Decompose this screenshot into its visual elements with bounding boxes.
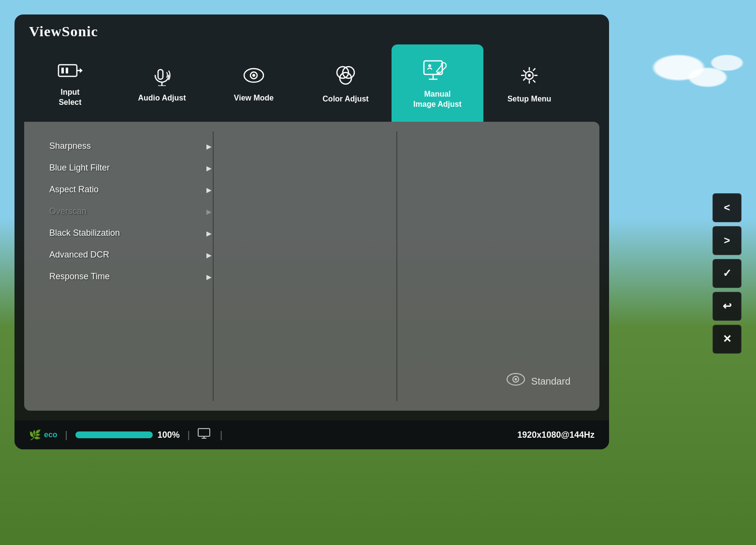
svg-point-20: [528, 74, 531, 77]
tab-color-adjust[interactable]: Color Adjust: [300, 44, 392, 122]
menu-item-overscan-label: Overscan: [49, 206, 87, 216]
color-adjust-icon: [333, 64, 358, 90]
svg-point-10: [252, 74, 255, 77]
eco-leaf-icon: 🌿: [29, 429, 41, 441]
setup-menu-icon: [517, 64, 542, 90]
brand-logo: ViewSonic: [29, 23, 98, 40]
nav-left-button[interactable]: <: [712, 193, 741, 222]
svg-rect-2: [66, 68, 68, 73]
view-mode-eye-icon: [506, 371, 525, 391]
svg-rect-24: [198, 429, 210, 436]
brightness-bar-container: 100%: [75, 430, 180, 440]
svg-point-18: [428, 64, 431, 67]
menu-item-response-time-arrow: ▶: [206, 273, 212, 281]
tab-setup-menu-label: Setup Menu: [508, 94, 552, 104]
audio-adjust-icon: [149, 65, 174, 89]
eco-label: eco: [44, 430, 58, 439]
divider-line-2: [396, 131, 397, 401]
view-mode-icon: [241, 65, 266, 89]
menu-item-overscan[interactable]: Overscan ▶: [44, 201, 218, 221]
tabs-row: Input Select Audio Adjust: [15, 44, 609, 122]
status-divider-2: |: [188, 430, 190, 441]
osd-container: ViewSonic Input Select: [15, 14, 609, 449]
svg-rect-5: [158, 70, 163, 79]
menu-item-advanced-dcr-arrow: ▶: [206, 251, 212, 259]
manual-image-adjust-icon: [423, 59, 452, 86]
menu-item-black-stabilization-arrow: ▶: [206, 229, 212, 237]
menu-item-aspect-ratio[interactable]: Aspect Ratio ▶: [44, 180, 218, 200]
divider-line-1: [213, 131, 214, 401]
menu-item-advanced-dcr-label: Advanced DCR: [49, 250, 109, 260]
confirm-button[interactable]: ✓: [712, 259, 741, 288]
input-select-icon: [58, 61, 83, 84]
view-mode-indicator: Standard: [506, 371, 570, 391]
menu-list: Sharpness ▶ Blue Light Filter ▶ Aspect R…: [24, 122, 227, 411]
menu-item-response-time-label: Response Time: [49, 272, 110, 282]
menu-item-response-time[interactable]: Response Time ▶: [44, 267, 218, 287]
status-divider-1: |: [65, 430, 68, 441]
menu-item-blue-light-filter-label: Blue Light Filter: [49, 163, 110, 173]
side-buttons-panel: < > ✓ ↩ ✕: [712, 193, 741, 354]
menu-item-aspect-ratio-label: Aspect Ratio: [49, 185, 99, 195]
menu-item-overscan-arrow: ▶: [206, 208, 212, 215]
menu-item-blue-light-filter[interactable]: Blue Light Filter ▶: [44, 158, 218, 178]
brightness-value: 100%: [158, 430, 180, 440]
view-mode-label: Standard: [531, 376, 570, 387]
svg-point-23: [514, 378, 517, 381]
tab-view-mode-label: View Mode: [234, 93, 274, 103]
menu-item-black-stabilization-label: Black Stabilization: [49, 228, 120, 238]
back-button[interactable]: ↩: [712, 292, 741, 321]
tab-manual-image-adjust[interactable]: Manual Image Adjust: [392, 44, 483, 122]
menu-item-blue-light-filter-arrow: ▶: [206, 164, 212, 172]
svg-marker-4: [80, 68, 83, 73]
close-button[interactable]: ✕: [712, 325, 741, 354]
content-area: Sharpness ▶ Blue Light Filter ▶ Aspect R…: [24, 122, 599, 411]
status-divider-3: |: [220, 430, 222, 441]
menu-item-sharpness-label: Sharpness: [49, 141, 91, 151]
tab-audio-adjust[interactable]: Audio Adjust: [116, 44, 208, 122]
eco-badge: 🌿 eco: [29, 429, 58, 441]
menu-item-aspect-ratio-arrow: ▶: [206, 186, 212, 194]
tab-view-mode[interactable]: View Mode: [208, 44, 300, 122]
menu-item-black-stabilization[interactable]: Black Stabilization ▶: [44, 223, 218, 243]
svg-rect-1: [61, 68, 64, 73]
brightness-bar: [75, 431, 153, 438]
menu-item-sharpness[interactable]: Sharpness ▶: [44, 136, 218, 156]
tab-input-select-label: Input Select: [58, 87, 81, 108]
osd-header: ViewSonic: [15, 14, 609, 44]
tab-setup-menu[interactable]: Setup Menu: [483, 44, 575, 122]
status-bar: 🌿 eco | 100% | | 1920x1080@144Hz: [15, 420, 609, 449]
nav-right-button[interactable]: >: [712, 226, 741, 255]
tab-manual-image-adjust-label: Manual Image Adjust: [413, 89, 462, 110]
tab-input-select[interactable]: Input Select: [24, 44, 116, 122]
menu-item-sharpness-arrow: ▶: [206, 143, 212, 150]
display-icon: [198, 428, 212, 442]
tab-color-adjust-label: Color Adjust: [322, 94, 368, 104]
resolution-text: 1920x1080@144Hz: [517, 430, 595, 440]
menu-item-advanced-dcr[interactable]: Advanced DCR ▶: [44, 245, 218, 265]
tab-audio-adjust-label: Audio Adjust: [138, 93, 186, 103]
right-panel: Standard: [227, 122, 599, 411]
